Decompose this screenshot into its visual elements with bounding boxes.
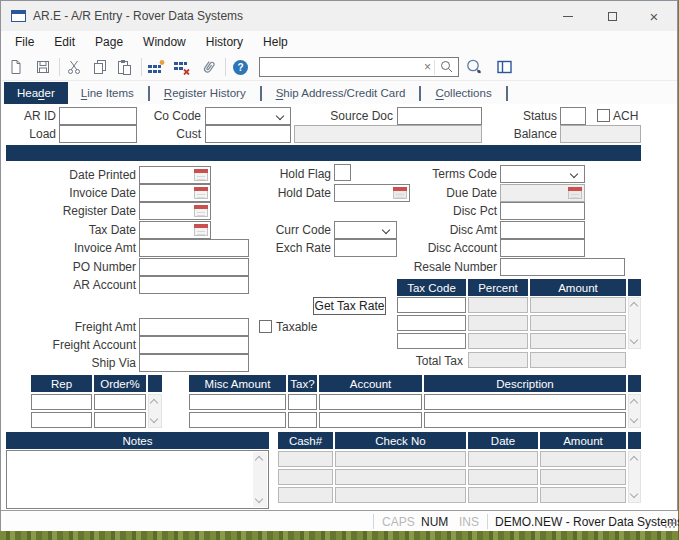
misc-account-cell[interactable] xyxy=(319,394,422,410)
menu-window[interactable]: Window xyxy=(133,32,196,52)
menu-history[interactable]: History xyxy=(196,32,253,52)
scroll-up-icon[interactable] xyxy=(150,399,158,407)
copy-icon[interactable] xyxy=(91,58,109,76)
misc-account-cell[interactable] xyxy=(319,412,422,428)
disc-account-label: Disc Account xyxy=(381,241,497,255)
tax-amount-cell xyxy=(530,315,626,331)
tax-date-input[interactable] xyxy=(139,221,211,239)
ship-via-input[interactable] xyxy=(139,354,249,372)
new-document-icon[interactable] xyxy=(7,58,25,76)
freight-amt-input[interactable] xyxy=(139,318,249,336)
lookup-preview-icon[interactable] xyxy=(465,58,483,76)
misc-tax-cell[interactable] xyxy=(288,412,317,428)
calendar-icon[interactable] xyxy=(568,187,582,199)
save-icon[interactable] xyxy=(34,58,52,76)
order-pct-cell[interactable] xyxy=(94,412,146,428)
misc-amount-cell[interactable] xyxy=(189,412,286,428)
minimize-button[interactable] xyxy=(547,1,589,31)
attach-paperclip-icon[interactable] xyxy=(200,58,218,76)
clear-search-icon[interactable]: × xyxy=(424,60,431,74)
close-button[interactable]: × xyxy=(633,1,675,31)
insert-row-icon[interactable] xyxy=(147,58,165,76)
cash-table-scrollbar[interactable] xyxy=(628,451,641,503)
ach-checkbox[interactable] xyxy=(597,109,610,122)
register-date-input[interactable] xyxy=(139,202,211,220)
misc-description-cell[interactable] xyxy=(424,412,626,428)
tax-code-cell[interactable] xyxy=(397,315,466,331)
menu-edit[interactable]: Edit xyxy=(44,32,85,52)
tax-table-scrollbar[interactable] xyxy=(628,297,641,349)
toolbar: ? × xyxy=(1,53,677,81)
scroll-up-icon[interactable] xyxy=(629,456,637,464)
tab-register-history[interactable]: Register History xyxy=(151,82,259,104)
scroll-up-icon[interactable] xyxy=(629,302,637,310)
cash-amount-header: Amount xyxy=(540,432,626,449)
tab-collections[interactable]: Collections xyxy=(422,82,504,104)
tax-code-cell[interactable] xyxy=(397,333,466,349)
notes-scrollbar[interactable] xyxy=(253,452,267,507)
scroll-down-icon[interactable] xyxy=(629,336,637,344)
ar-id-input[interactable] xyxy=(59,107,137,125)
rep-cell[interactable] xyxy=(31,394,92,410)
misc-tax-cell[interactable] xyxy=(288,394,317,410)
freight-account-input[interactable] xyxy=(139,336,249,354)
tab-ship-address-credit-card[interactable]: Ship Address/Credit Card xyxy=(263,82,419,104)
po-number-input[interactable] xyxy=(139,258,249,276)
terms-code-dropdown[interactable] xyxy=(500,165,585,183)
hold-flag-input[interactable] xyxy=(334,164,351,181)
scroll-up-icon[interactable] xyxy=(629,399,637,407)
notes-textarea[interactable] xyxy=(6,450,269,509)
misc-table-scrollbar[interactable] xyxy=(628,394,641,428)
menu-file[interactable]: File xyxy=(5,32,44,52)
disc-account-input[interactable] xyxy=(500,239,585,257)
titlebar: AR.E - A/R Entry - Rover Data Systems × xyxy=(1,1,677,31)
scroll-down-icon[interactable] xyxy=(255,495,263,503)
cut-icon[interactable] xyxy=(65,58,83,76)
delete-row-icon[interactable] xyxy=(173,58,191,76)
maximize-button[interactable] xyxy=(591,1,633,31)
scroll-down-icon[interactable] xyxy=(629,490,637,498)
tax-code-cell[interactable] xyxy=(397,297,466,313)
rep-table-scrollbar[interactable] xyxy=(148,394,162,428)
status-input[interactable] xyxy=(560,107,586,125)
search-input[interactable] xyxy=(262,59,412,75)
tab-line-items[interactable]: Line Items xyxy=(68,82,147,104)
resale-number-input[interactable] xyxy=(500,258,625,276)
search-icon[interactable] xyxy=(439,59,455,75)
resize-grip[interactable] xyxy=(663,516,675,528)
load-input[interactable] xyxy=(59,125,137,143)
scroll-down-icon[interactable] xyxy=(150,415,158,423)
menu-page[interactable]: Page xyxy=(85,32,133,52)
cash-amount-cell xyxy=(540,451,626,467)
cust-input[interactable] xyxy=(205,125,291,143)
tab-header[interactable]: Header xyxy=(4,82,68,104)
calendar-icon[interactable] xyxy=(194,187,208,199)
help-icon[interactable]: ? xyxy=(231,58,249,76)
cash-number-header: Cash# xyxy=(278,432,333,449)
due-date-input[interactable] xyxy=(500,184,585,202)
misc-amount-cell[interactable] xyxy=(189,394,286,410)
disc-amt-input[interactable] xyxy=(500,221,585,239)
date-printed-input[interactable] xyxy=(139,166,211,184)
window-layout-icon[interactable] xyxy=(496,58,514,76)
co-code-dropdown[interactable] xyxy=(205,107,291,125)
disc-pct-input[interactable] xyxy=(500,202,585,220)
tax-date-label: Tax Date xyxy=(21,223,136,237)
scroll-down-icon[interactable] xyxy=(629,415,637,423)
invoice-date-input[interactable] xyxy=(139,184,211,202)
balance-label: Balance xyxy=(473,127,557,141)
paste-icon[interactable] xyxy=(115,58,133,76)
menu-help[interactable]: Help xyxy=(253,32,298,52)
ar-account-input[interactable] xyxy=(139,276,249,294)
calendar-icon[interactable] xyxy=(194,205,208,217)
rep-cell[interactable] xyxy=(31,412,92,428)
source-doc-input[interactable] xyxy=(397,107,482,125)
toolbar-search-box[interactable]: × xyxy=(259,57,459,77)
calendar-icon[interactable] xyxy=(194,224,208,236)
taxable-checkbox[interactable] xyxy=(259,320,272,333)
order-pct-cell[interactable] xyxy=(94,394,146,410)
misc-description-cell[interactable] xyxy=(424,394,626,410)
get-tax-rate-button[interactable]: Get Tax Rate xyxy=(313,297,386,315)
calendar-icon[interactable] xyxy=(194,169,208,181)
scroll-up-icon[interactable] xyxy=(255,456,263,464)
